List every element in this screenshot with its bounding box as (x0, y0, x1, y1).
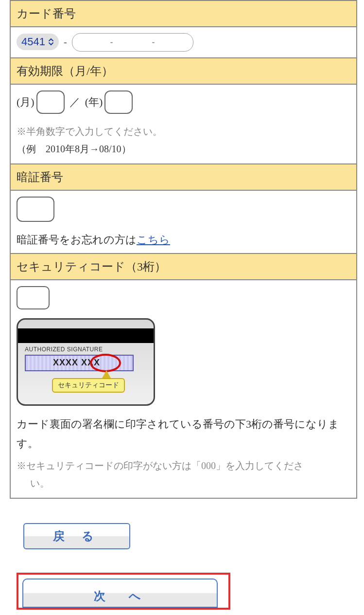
card-number-header: カード番号 (10, 0, 357, 27)
card-prefix-select[interactable]: 4541 (17, 34, 59, 50)
card-number-input[interactable] (72, 33, 193, 52)
next-button-highlight: 次 へ (17, 573, 230, 610)
card-magstripe (18, 328, 154, 343)
expiry-note-line2: （例 2010年8月→08/10） (17, 144, 131, 154)
security-code-input[interactable] (17, 286, 50, 309)
card-highlight-circle (90, 354, 121, 372)
pin-forgot-link[interactable]: こちら (137, 234, 170, 246)
card-separator: - (64, 36, 67, 47)
security-note: ※セキュリティコードの印字がない方は「000」を入力してくださ い。 (17, 457, 350, 492)
expiry-note: ※半角数字で入力してください。 （例 2010年8月→08/10） (17, 123, 350, 158)
card-callout-label: セキュリティコード (52, 378, 125, 393)
card-number-row: 4541 - (10, 27, 357, 58)
month-label: (月) (17, 96, 35, 108)
card-prefix-value: 4541 (21, 36, 45, 48)
year-label: (年) (85, 96, 103, 108)
security-note-a: ※セキュリティコードの印字がない方は「000」を入力してくださ (17, 460, 303, 471)
security-desc: カード裏面の署名欄に印字されている番号の下3桁の番号になります。 (17, 415, 350, 453)
security-note-b: い。 (17, 474, 350, 492)
chevron-updown-icon (48, 38, 54, 46)
pin-input[interactable] (17, 197, 54, 222)
payment-form-table: カード番号 4541 - 有効期限（月/年） (月) ／ (年) ※半角数字で入… (10, 0, 357, 499)
expiry-year-input[interactable] (104, 90, 133, 114)
card-authsig-text: AUTHORIZED SIGNATURE (25, 346, 103, 353)
expiry-row: (月) ／ (年) ※半角数字で入力してください。 （例 2010年8月→08/… (10, 84, 357, 164)
pin-forgot-line: 暗証番号をお忘れの方はこちら (17, 233, 350, 247)
card-illustration: AUTHORIZED SIGNATURE XXXX XXX セキュリティコード (17, 318, 155, 406)
expiry-header: 有効期限（月/年） (10, 58, 357, 84)
slash-label: ／ (69, 96, 80, 108)
pin-row: 暗証番号をお忘れの方はこちら (10, 190, 357, 253)
next-button[interactable]: 次 へ (22, 579, 218, 608)
back-button[interactable]: 戻 る (23, 523, 130, 549)
pin-header: 暗証番号 (10, 164, 357, 190)
security-row: AUTHORIZED SIGNATURE XXXX XXX セキュリティコード … (10, 280, 357, 498)
expiry-month-input[interactable] (36, 90, 65, 114)
pin-forgot-prefix: 暗証番号をお忘れの方は (17, 234, 137, 246)
security-header: セキュリティコード（3桁） (10, 253, 357, 280)
expiry-note-line1: ※半角数字で入力してください。 (17, 126, 162, 137)
